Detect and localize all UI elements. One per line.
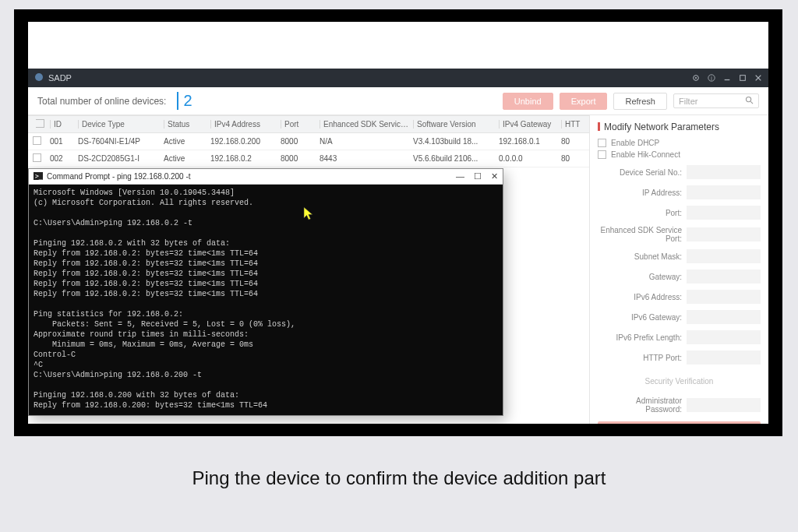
security-verification-label: Security Verification — [598, 377, 761, 386]
field-label: IP Address: — [598, 188, 682, 197]
svg-rect-6 — [740, 76, 746, 81]
subnet-mask-input[interactable] — [687, 249, 761, 263]
settings-icon[interactable] — [692, 74, 700, 82]
cmd-title-text: Command Prompt - ping 192.168.0.200 -t — [47, 172, 191, 181]
gateway-input[interactable] — [687, 270, 761, 284]
cell-gw: 192.168.0.1 — [499, 137, 561, 146]
table-row[interactable]: 001 DS-7604NI-E1/4P Active 192.168.0.200… — [28, 133, 589, 150]
cmd-minimize-icon[interactable]: — — [456, 171, 464, 181]
field-label: Enhanced SDK Service Port: — [598, 226, 682, 243]
cell-type: DS-7604NI-E1/4P — [78, 137, 164, 146]
col-sdk-port[interactable]: Enhanced SDK Service Port — [320, 120, 413, 129]
filter-placeholder: Filter — [679, 97, 697, 106]
field-label: Subnet Mask: — [598, 252, 682, 261]
cell-ver: V5.6.6build 2106... — [413, 154, 499, 163]
modify-network-panel: Modify Network Parameters Enable DHCP En… — [589, 115, 768, 424]
enable-hik-label: Enable Hik-Connect — [611, 150, 680, 159]
select-all-checkbox[interactable] — [36, 119, 44, 128]
svg-line-10 — [750, 101, 753, 104]
sdk-port-input[interactable] — [687, 227, 761, 241]
app-titlebar: SADP i — [28, 69, 768, 87]
screen-area: SADP i — [28, 22, 768, 424]
toolbar: Total number of online devices: 2 Unbind… — [28, 87, 768, 115]
cell-id: 002 — [50, 154, 78, 163]
col-sw-version[interactable]: Software Version — [413, 120, 499, 129]
cmd-close-icon[interactable]: ✕ — [491, 171, 498, 181]
col-status[interactable]: Status — [164, 120, 210, 129]
row-checkbox[interactable] — [33, 153, 41, 162]
close-icon[interactable] — [754, 74, 762, 82]
cell-ver: V3.4.103build 18... — [413, 137, 499, 146]
cell-http: 80 — [561, 154, 584, 163]
cmd-icon: >_ — [34, 172, 43, 181]
app-logo-icon — [34, 72, 44, 83]
help-icon[interactable]: i — [708, 74, 715, 82]
sadp-app: SADP i — [28, 69, 768, 424]
svg-point-2 — [695, 77, 697, 79]
svg-point-9 — [746, 97, 750, 101]
col-gateway[interactable]: IPv4 Gateway — [499, 120, 561, 129]
field-label: Device Serial No.: — [598, 168, 682, 177]
field-label: IPv6 Prefix Length: — [598, 333, 682, 342]
col-device-type[interactable]: Device Type — [78, 120, 164, 129]
cmd-output[interactable]: Microsoft Windows [Version 10.0.19045.34… — [29, 185, 503, 415]
panel-title: Modify Network Parameters — [598, 122, 761, 132]
device-table: ID Device Type Status IPv4 Address Port … — [28, 115, 589, 424]
presentation-frame: SADP i — [14, 9, 782, 436]
ipv6-prefix-input[interactable] — [687, 330, 761, 344]
svg-point-0 — [35, 73, 43, 81]
unbind-button[interactable]: Unbind — [503, 93, 553, 110]
device-count: 2 — [177, 92, 192, 110]
filter-input[interactable]: Filter — [673, 93, 759, 108]
device-serial-input[interactable] — [687, 165, 761, 179]
cell-id: 001 — [50, 137, 78, 146]
cell-port: 8000 — [281, 154, 320, 163]
cell-gw: 0.0.0.0 — [499, 154, 561, 163]
ipv6-address-input[interactable] — [687, 290, 761, 304]
export-button[interactable]: Export — [560, 93, 608, 110]
enable-dhcp-label: Enable DHCP — [611, 139, 659, 147]
field-label: IPv6 Gateway: — [598, 313, 682, 322]
cell-sdk: N/A — [320, 137, 413, 146]
ip-address-input[interactable] — [687, 185, 761, 199]
cell-status: Active — [164, 137, 210, 146]
cell-ip: 192.168.0.200 — [210, 137, 281, 146]
ipv6-gateway-input[interactable] — [687, 310, 761, 324]
cell-ip: 192.168.0.2 — [210, 154, 281, 163]
command-prompt-window: >_ Command Prompt - ping 192.168.0.200 -… — [28, 168, 503, 416]
svg-text:i: i — [711, 76, 712, 81]
minimize-icon[interactable] — [723, 74, 731, 82]
search-icon — [745, 96, 754, 106]
cell-http: 80 — [561, 137, 584, 146]
enable-hikconnect-checkbox[interactable] — [598, 150, 606, 159]
col-id[interactable]: ID — [50, 120, 78, 129]
col-http[interactable]: HTT — [561, 120, 584, 129]
field-label: HTTP Port: — [598, 354, 682, 362]
table-header: ID Device Type Status IPv4 Address Port … — [28, 115, 589, 133]
row-checkbox[interactable] — [33, 136, 41, 145]
maximize-icon[interactable] — [739, 74, 747, 82]
table-row[interactable]: 002 DS-2CD2085G1-I Active 192.168.0.2 80… — [28, 150, 589, 167]
cell-status: Active — [164, 154, 210, 163]
svg-text:>_: >_ — [35, 173, 43, 180]
app-title: SADP — [48, 73, 72, 83]
modify-button[interactable]: Modify — [598, 421, 761, 424]
admin-pw-label: Administrator Password: — [598, 396, 682, 414]
cmd-titlebar[interactable]: >_ Command Prompt - ping 192.168.0.200 -… — [29, 169, 503, 185]
slide-caption: Ping the device to confirm the device ad… — [0, 467, 798, 489]
cell-port: 8000 — [281, 137, 320, 146]
total-devices-label: Total number of online devices: — [37, 96, 166, 107]
col-ipv4[interactable]: IPv4 Address — [210, 120, 281, 129]
cmd-maximize-icon[interactable]: ☐ — [474, 171, 482, 181]
port-input[interactable] — [687, 206, 761, 220]
field-label: IPv6 Address: — [598, 293, 682, 301]
field-label: Gateway: — [598, 273, 682, 281]
http-port-input[interactable] — [687, 351, 761, 365]
admin-password-input[interactable] — [687, 398, 761, 412]
cell-sdk: 8443 — [320, 154, 413, 163]
refresh-button[interactable]: Refresh — [613, 93, 667, 110]
enable-dhcp-checkbox[interactable] — [598, 139, 606, 147]
field-label: Port: — [598, 209, 682, 217]
col-port[interactable]: Port — [281, 120, 320, 129]
cell-type: DS-2CD2085G1-I — [78, 154, 164, 163]
